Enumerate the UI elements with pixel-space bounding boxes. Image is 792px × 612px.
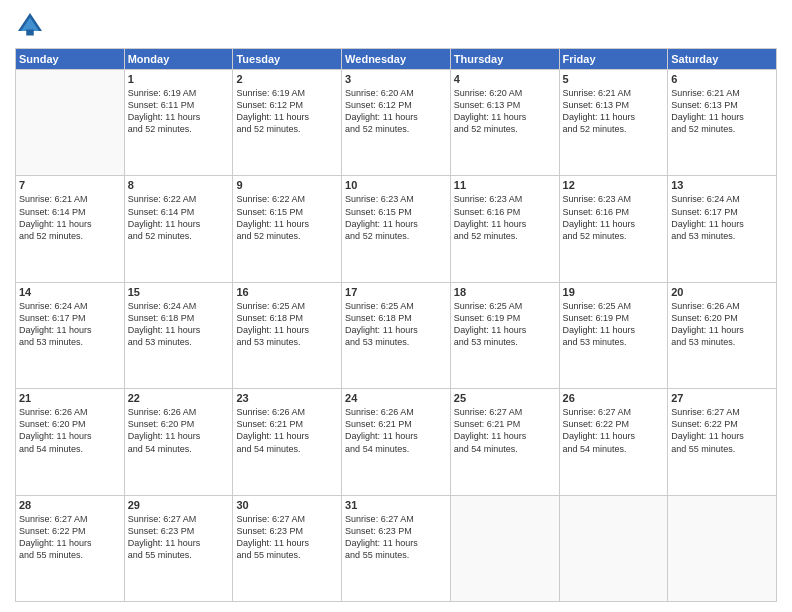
week-row-4: 28Sunrise: 6:27 AM Sunset: 6:22 PM Dayli… <box>16 495 777 601</box>
day-number: 21 <box>19 392 121 404</box>
calendar-cell: 11Sunrise: 6:23 AM Sunset: 6:16 PM Dayli… <box>450 176 559 282</box>
day-number: 28 <box>19 499 121 511</box>
day-number: 29 <box>128 499 230 511</box>
logo-icon <box>15 10 45 40</box>
calendar-cell: 5Sunrise: 6:21 AM Sunset: 6:13 PM Daylig… <box>559 70 668 176</box>
day-number: 20 <box>671 286 773 298</box>
calendar-cell <box>16 70 125 176</box>
calendar-cell: 19Sunrise: 6:25 AM Sunset: 6:19 PM Dayli… <box>559 282 668 388</box>
day-number: 9 <box>236 179 338 191</box>
calendar-cell: 12Sunrise: 6:23 AM Sunset: 6:16 PM Dayli… <box>559 176 668 282</box>
day-number: 11 <box>454 179 556 191</box>
day-number: 31 <box>345 499 447 511</box>
svg-rect-2 <box>26 30 34 36</box>
weekday-header-wednesday: Wednesday <box>342 49 451 70</box>
day-info: Sunrise: 6:25 AM Sunset: 6:18 PM Dayligh… <box>236 300 338 349</box>
day-number: 15 <box>128 286 230 298</box>
calendar-cell: 27Sunrise: 6:27 AM Sunset: 6:22 PM Dayli… <box>668 389 777 495</box>
day-info: Sunrise: 6:26 AM Sunset: 6:20 PM Dayligh… <box>128 406 230 455</box>
weekday-header-row: SundayMondayTuesdayWednesdayThursdayFrid… <box>16 49 777 70</box>
week-row-3: 21Sunrise: 6:26 AM Sunset: 6:20 PM Dayli… <box>16 389 777 495</box>
day-number: 2 <box>236 73 338 85</box>
day-number: 24 <box>345 392 447 404</box>
calendar-cell: 30Sunrise: 6:27 AM Sunset: 6:23 PM Dayli… <box>233 495 342 601</box>
day-info: Sunrise: 6:25 AM Sunset: 6:19 PM Dayligh… <box>454 300 556 349</box>
day-info: Sunrise: 6:27 AM Sunset: 6:22 PM Dayligh… <box>563 406 665 455</box>
day-number: 7 <box>19 179 121 191</box>
day-number: 25 <box>454 392 556 404</box>
calendar-cell: 14Sunrise: 6:24 AM Sunset: 6:17 PM Dayli… <box>16 282 125 388</box>
day-info: Sunrise: 6:25 AM Sunset: 6:19 PM Dayligh… <box>563 300 665 349</box>
day-info: Sunrise: 6:27 AM Sunset: 6:23 PM Dayligh… <box>345 513 447 562</box>
calendar-cell: 23Sunrise: 6:26 AM Sunset: 6:21 PM Dayli… <box>233 389 342 495</box>
calendar-cell: 7Sunrise: 6:21 AM Sunset: 6:14 PM Daylig… <box>16 176 125 282</box>
calendar-table: SundayMondayTuesdayWednesdayThursdayFrid… <box>15 48 777 602</box>
calendar-cell: 25Sunrise: 6:27 AM Sunset: 6:21 PM Dayli… <box>450 389 559 495</box>
day-info: Sunrise: 6:27 AM Sunset: 6:23 PM Dayligh… <box>128 513 230 562</box>
calendar-cell: 21Sunrise: 6:26 AM Sunset: 6:20 PM Dayli… <box>16 389 125 495</box>
day-number: 18 <box>454 286 556 298</box>
day-info: Sunrise: 6:23 AM Sunset: 6:16 PM Dayligh… <box>563 193 665 242</box>
day-info: Sunrise: 6:23 AM Sunset: 6:16 PM Dayligh… <box>454 193 556 242</box>
week-row-2: 14Sunrise: 6:24 AM Sunset: 6:17 PM Dayli… <box>16 282 777 388</box>
calendar-cell: 6Sunrise: 6:21 AM Sunset: 6:13 PM Daylig… <box>668 70 777 176</box>
day-info: Sunrise: 6:24 AM Sunset: 6:18 PM Dayligh… <box>128 300 230 349</box>
weekday-header-tuesday: Tuesday <box>233 49 342 70</box>
day-number: 13 <box>671 179 773 191</box>
day-number: 17 <box>345 286 447 298</box>
day-number: 23 <box>236 392 338 404</box>
page: SundayMondayTuesdayWednesdayThursdayFrid… <box>0 0 792 612</box>
weekday-header-saturday: Saturday <box>668 49 777 70</box>
day-info: Sunrise: 6:26 AM Sunset: 6:21 PM Dayligh… <box>345 406 447 455</box>
day-number: 8 <box>128 179 230 191</box>
day-info: Sunrise: 6:26 AM Sunset: 6:20 PM Dayligh… <box>671 300 773 349</box>
calendar-cell: 24Sunrise: 6:26 AM Sunset: 6:21 PM Dayli… <box>342 389 451 495</box>
calendar-cell: 9Sunrise: 6:22 AM Sunset: 6:15 PM Daylig… <box>233 176 342 282</box>
calendar-cell: 1Sunrise: 6:19 AM Sunset: 6:11 PM Daylig… <box>124 70 233 176</box>
calendar-cell: 29Sunrise: 6:27 AM Sunset: 6:23 PM Dayli… <box>124 495 233 601</box>
calendar-cell: 15Sunrise: 6:24 AM Sunset: 6:18 PM Dayli… <box>124 282 233 388</box>
calendar-cell: 8Sunrise: 6:22 AM Sunset: 6:14 PM Daylig… <box>124 176 233 282</box>
day-number: 22 <box>128 392 230 404</box>
week-row-0: 1Sunrise: 6:19 AM Sunset: 6:11 PM Daylig… <box>16 70 777 176</box>
day-number: 12 <box>563 179 665 191</box>
day-info: Sunrise: 6:24 AM Sunset: 6:17 PM Dayligh… <box>671 193 773 242</box>
weekday-header-friday: Friday <box>559 49 668 70</box>
calendar-cell: 3Sunrise: 6:20 AM Sunset: 6:12 PM Daylig… <box>342 70 451 176</box>
calendar-cell: 20Sunrise: 6:26 AM Sunset: 6:20 PM Dayli… <box>668 282 777 388</box>
calendar-cell: 13Sunrise: 6:24 AM Sunset: 6:17 PM Dayli… <box>668 176 777 282</box>
day-number: 5 <box>563 73 665 85</box>
day-number: 10 <box>345 179 447 191</box>
calendar-cell: 17Sunrise: 6:25 AM Sunset: 6:18 PM Dayli… <box>342 282 451 388</box>
calendar-cell: 22Sunrise: 6:26 AM Sunset: 6:20 PM Dayli… <box>124 389 233 495</box>
calendar-cell: 4Sunrise: 6:20 AM Sunset: 6:13 PM Daylig… <box>450 70 559 176</box>
day-number: 4 <box>454 73 556 85</box>
day-info: Sunrise: 6:27 AM Sunset: 6:21 PM Dayligh… <box>454 406 556 455</box>
calendar-cell <box>450 495 559 601</box>
day-info: Sunrise: 6:26 AM Sunset: 6:20 PM Dayligh… <box>19 406 121 455</box>
week-row-1: 7Sunrise: 6:21 AM Sunset: 6:14 PM Daylig… <box>16 176 777 282</box>
calendar-cell: 31Sunrise: 6:27 AM Sunset: 6:23 PM Dayli… <box>342 495 451 601</box>
day-info: Sunrise: 6:21 AM Sunset: 6:14 PM Dayligh… <box>19 193 121 242</box>
calendar-cell: 2Sunrise: 6:19 AM Sunset: 6:12 PM Daylig… <box>233 70 342 176</box>
day-info: Sunrise: 6:19 AM Sunset: 6:12 PM Dayligh… <box>236 87 338 136</box>
day-info: Sunrise: 6:26 AM Sunset: 6:21 PM Dayligh… <box>236 406 338 455</box>
calendar-cell <box>668 495 777 601</box>
day-info: Sunrise: 6:21 AM Sunset: 6:13 PM Dayligh… <box>671 87 773 136</box>
day-number: 27 <box>671 392 773 404</box>
day-number: 14 <box>19 286 121 298</box>
day-info: Sunrise: 6:20 AM Sunset: 6:13 PM Dayligh… <box>454 87 556 136</box>
weekday-header-thursday: Thursday <box>450 49 559 70</box>
day-info: Sunrise: 6:21 AM Sunset: 6:13 PM Dayligh… <box>563 87 665 136</box>
day-number: 3 <box>345 73 447 85</box>
weekday-header-monday: Monday <box>124 49 233 70</box>
day-info: Sunrise: 6:19 AM Sunset: 6:11 PM Dayligh… <box>128 87 230 136</box>
day-info: Sunrise: 6:23 AM Sunset: 6:15 PM Dayligh… <box>345 193 447 242</box>
calendar-cell: 10Sunrise: 6:23 AM Sunset: 6:15 PM Dayli… <box>342 176 451 282</box>
calendar-cell: 16Sunrise: 6:25 AM Sunset: 6:18 PM Dayli… <box>233 282 342 388</box>
day-number: 6 <box>671 73 773 85</box>
day-number: 26 <box>563 392 665 404</box>
calendar-cell: 26Sunrise: 6:27 AM Sunset: 6:22 PM Dayli… <box>559 389 668 495</box>
calendar-cell <box>559 495 668 601</box>
weekday-header-sunday: Sunday <box>16 49 125 70</box>
